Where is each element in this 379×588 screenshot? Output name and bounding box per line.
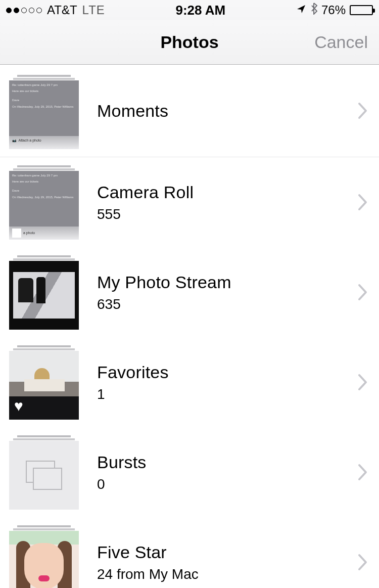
chevron-right-icon [358, 554, 368, 571]
cancel-button[interactable]: Cancel [314, 32, 368, 52]
heart-icon: ♥ [14, 397, 23, 415]
network-label: LTE [82, 3, 105, 17]
album-count: 635 [97, 296, 349, 312]
album-row-five-star[interactable]: Five Star 24 from My Mac [0, 517, 379, 588]
chevron-right-icon [358, 374, 368, 391]
signal-strength-icon [6, 8, 42, 13]
chevron-right-icon [358, 464, 368, 481]
bursts-placeholder-icon [26, 461, 62, 490]
chevron-right-icon [358, 102, 368, 119]
album-title: Favorites [97, 363, 349, 382]
album-thumbnail: ♥ [9, 345, 79, 420]
battery-percent: 76% [321, 3, 346, 17]
chevron-right-icon [358, 284, 368, 301]
album-count: 1 [97, 386, 349, 402]
bluetooth-icon [310, 3, 317, 18]
album-title: My Photo Stream [97, 273, 349, 292]
album-thumbnail [9, 525, 79, 588]
page-title: Photos [160, 32, 218, 52]
status-left: AT&T LTE [6, 3, 105, 17]
album-thumbnail [9, 435, 79, 510]
album-thumbnail [9, 255, 79, 330]
album-count: 24 from My Mac [97, 566, 349, 582]
album-count: 555 [97, 206, 349, 222]
album-title: Moments [97, 101, 168, 121]
album-row-moments[interactable]: Re: tottenham game July 29 7 pm Here are… [0, 65, 379, 157]
album-list: Re: tottenham game July 29 7 pm Here are… [0, 65, 379, 588]
album-count: 0 [97, 476, 349, 492]
album-title: Camera Roll [97, 183, 349, 202]
album-row-photo-stream[interactable]: My Photo Stream 635 [0, 247, 379, 337]
carrier-label: AT&T [47, 3, 77, 17]
status-bar: AT&T LTE 9:28 AM 76% [0, 0, 379, 20]
album-row-camera-roll[interactable]: Re: tottenham game July 29 7 pm Here are… [0, 157, 379, 247]
album-title: Five Star [97, 542, 349, 562]
album-row-favorites[interactable]: ♥ Favorites 1 [0, 337, 379, 427]
album-row-bursts[interactable]: Bursts 0 [0, 427, 379, 517]
album-thumbnail: Re: tottenham game July 29 7 pm Here are… [9, 74, 79, 149]
clock: 9:28 AM [176, 3, 226, 18]
status-right: 76% [296, 3, 373, 18]
battery-icon [350, 5, 373, 15]
chevron-right-icon [358, 194, 368, 211]
location-icon [296, 3, 306, 17]
album-thumbnail: Re: tottenham game July 29 7 pm Here are… [9, 165, 79, 240]
nav-bar: Photos Cancel [0, 20, 379, 65]
album-title: Bursts [97, 453, 349, 472]
